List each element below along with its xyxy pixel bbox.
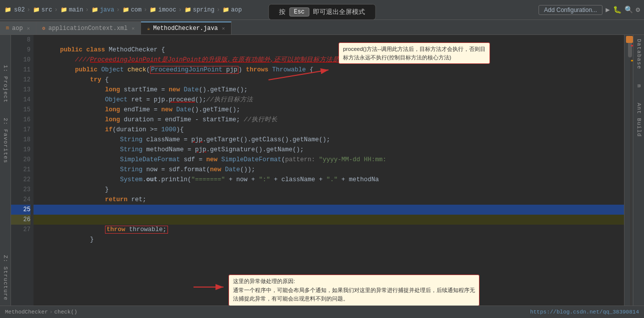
maven-panel-label[interactable]: m [636,84,642,88]
tab-methodchecker[interactable]: ☕ MethodChecker.java ✕ [141,21,232,34]
java-folder[interactable]: java [100,6,114,13]
s02-icon: 📁 [4,6,12,14]
line-numbers: 8 9 10 11 12 13 14 15 16 17 18 19 20 21 … [11,35,34,306]
line-14: 14 [11,95,30,105]
code-line-21: System.out.println("=======" + now + ":"… [34,165,624,175]
tabs-bar: m aop ✕ ⚙ applicationContext.xml ✕ ☕ Met… [0,20,644,35]
tab-aop-label: aop [12,25,23,32]
line-13: 13 [11,85,30,95]
line-16: 16 [11,115,30,125]
com-folder[interactable]: com [131,6,142,13]
ant-build-panel-label[interactable]: Ant Build [636,103,642,137]
right-scrollbar[interactable] [624,35,633,306]
spring-folder[interactable]: spring [193,6,214,13]
status-bar: MethodChecker › check() https://blog.csd… [0,306,644,318]
tab-aop[interactable]: m aop ✕ [0,21,36,34]
fullscreen-hint: 即可退出全屏模式 [313,7,365,16]
line-19: 19 [11,145,30,155]
line-8: 8 [11,35,30,45]
line-27: 27 [11,225,30,235]
line-17: 17 [11,125,30,135]
line-20: 20 [11,155,30,165]
code-line-24: } catch (Throwable throwable) { [34,195,624,205]
code-line-20: String now = sdf.format(new Date()); [34,155,624,165]
line-18: 18 [11,135,30,145]
favorites-panel-label[interactable]: 2: Favorites [2,118,8,163]
code-line-9: ////ProceedingJoinPoint是JoinPoint的升级版,在原… [34,45,624,55]
main-layout: 1: Project 2: Favorites Z: Structure 8 9… [0,35,644,306]
status-breadcrumb: MethodChecker › check() [5,309,78,315]
code-line-25: System.out.println("Exception message:" … [34,205,624,215]
code-line-22: } [34,175,624,185]
aop-icon: 📁 [222,6,230,14]
error-stripe-1 [631,45,633,46]
status-url[interactable]: https://blog.csdn.net/qq_38390814 [530,309,639,315]
structure-panel-label[interactable]: Z: Structure [2,255,8,301]
line-21: 21 [11,165,30,175]
line-11: 11 [11,65,30,75]
tab-appctx-icon: ⚙ [42,25,46,31]
line-23: 23 [11,185,30,195]
code-line-27: } [34,225,624,235]
tab-appctx-label: applicationContext.xml [48,25,128,32]
code-line-18: String methodName = pjp.getSignature().g… [34,135,624,145]
code-line-23: return ret; [34,185,624,195]
line-9: 9 [11,45,30,55]
line-10: 10 [11,55,30,65]
run-icon[interactable]: ▶ [606,5,610,14]
tab-appctx-close[interactable]: ✕ [132,25,134,31]
code-line-13: Object ret = pjp.proceed();//执行目标方法 [34,85,624,95]
code-line-15: long duration = endTime - startTime; //执… [34,105,624,115]
database-panel-label[interactable]: Database [636,39,642,69]
status-methodchecker: MethodChecker [5,309,48,315]
src-icon: 📁 [32,6,40,14]
line-12: 12 [11,75,30,85]
throw-callout-box: 这里的异常做处理的原因: 通常一个程序中，可能会布局多个通知，如果我们对这里的异… [228,275,480,306]
tab-aop-icon: m [6,25,9,31]
code-line-12: long startTime = new Date().getTime(); [34,75,624,85]
settings-icon[interactable]: ⚙ [636,5,640,14]
tab-methodchecker-label: MethodChecker.java [153,25,218,32]
src-folder[interactable]: src [42,6,52,13]
line-26: 26 [11,215,30,225]
imooc-icon: 📁 [149,6,157,14]
code-line-17: String className = pjp.getTarget().getCl… [34,125,624,135]
project-panel-label[interactable]: 1: Project [2,65,8,103]
code-line-10: public Object check(ProceedingJoinPoint … [34,55,624,65]
line-15: 15 [11,105,30,115]
warning-stripe-1 [631,60,633,61]
code-line-26: throw throwable; [34,215,624,225]
search-icon[interactable]: 🔍 [624,5,633,14]
line-24: 24 [11,195,30,205]
esc-overlay: 按 Esc 即可退出全屏模式 [268,4,376,20]
code-line-19: SimpleDateFormat sdf = new SimpleDateFor… [34,145,624,155]
s02-folder[interactable]: s02 [14,6,25,13]
tab-appctx[interactable]: ⚙ applicationContext.xml ✕ [36,21,142,34]
scrollbar-track [630,35,632,306]
far-left-panel: 1: Project 2: Favorites Z: Structure [0,35,11,306]
toolbar-right: Add Configuration... ▶ 🐛 🔍 ⚙ [538,5,640,15]
breadcrumb: s02 › 📁 src › 📁 main › 📁 java › 📁 com › … [14,6,242,14]
main-icon: 📁 [60,6,68,14]
code-line-11: try { [34,65,624,75]
add-config-button[interactable]: Add Configuration... [538,5,602,15]
line-22: 22 [11,175,30,185]
code-line-8: public class MethodChecker { [34,35,624,45]
tab-aop-close[interactable]: ✕ [27,25,30,31]
esc-key[interactable]: Esc [290,7,310,16]
com-icon: 📁 [122,6,130,14]
code-line-14: long endTime = new Date().getTime(); [34,95,624,105]
main-folder[interactable]: main [69,6,84,13]
status-check-method: check() [54,309,77,315]
far-right-panel: Database m Ant Build [633,35,644,306]
java-icon: 📁 [91,6,99,14]
code-line-16: if(duration >= 1000){ [34,115,624,125]
press-label: 按 [279,7,286,16]
code-editor[interactable]: public class MethodChecker { ////Proceed… [34,35,624,306]
debug-icon[interactable]: 🐛 [613,5,622,14]
spring-icon: 📁 [184,6,192,14]
tab-methodchecker-close[interactable]: ✕ [222,25,225,31]
aop-folder[interactable]: aop [231,6,242,13]
error-indicator [626,36,633,43]
imooc-folder[interactable]: imooc [158,6,176,13]
